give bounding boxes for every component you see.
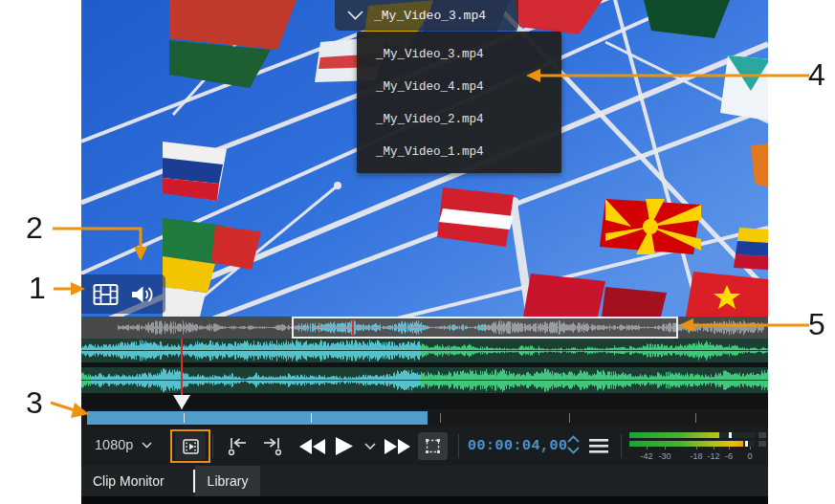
dropdown-item[interactable]: _My_Video_3.mp4 <box>357 38 561 71</box>
rewind-icon <box>299 439 325 454</box>
chevron-down-icon <box>347 11 363 20</box>
tab-library[interactable]: Library <box>195 466 260 496</box>
timeline-tick <box>184 413 185 423</box>
divider <box>212 434 213 458</box>
meter-scale-label: -42 <box>640 451 652 461</box>
fast-forward-button[interactable] <box>385 439 410 454</box>
callout-label-2: 2 <box>26 212 43 243</box>
bottom-strip <box>81 496 768 504</box>
callout-label-5: 5 <box>808 309 825 340</box>
meter-peak-marker <box>745 441 748 447</box>
meter-peak-marker <box>729 432 732 438</box>
stream-toggle-group <box>81 274 165 314</box>
audio-navigator-strip[interactable] <box>81 317 768 339</box>
annotated-screenshot: _My_Video_3.mp4 _My_Video_3.mp4 _My_Vide… <box>0 0 835 504</box>
fullscreen-marquee-button[interactable] <box>418 432 448 460</box>
meter-scale-label: -30 <box>658 451 670 461</box>
chevron-down-icon <box>142 442 152 449</box>
callout-highlight-box <box>170 429 210 463</box>
meter-tick <box>750 447 751 449</box>
callout-label-3: 3 <box>26 387 43 418</box>
resolution-select[interactable]: 1080p <box>95 437 152 452</box>
play-options-button[interactable] <box>364 443 376 450</box>
meter-bar-left <box>629 432 755 438</box>
timeline-tick <box>311 413 312 423</box>
jump-to-mark-out-button[interactable] <box>261 435 283 457</box>
meter-tick <box>665 447 666 449</box>
timeline-scrubber[interactable] <box>81 409 768 427</box>
waveform-channel-2 <box>81 367 768 393</box>
resolution-label: 1080p <box>95 437 133 452</box>
tab-clip-monitor[interactable]: Clip Monitor <box>93 466 165 496</box>
dropdown-item[interactable]: _My_Video_2.mp4 <box>357 103 561 136</box>
timeline-tick <box>569 413 570 423</box>
video-preview[interactable]: _My_Video_3.mp4 _My_Video_3.mp4 _My_Vide… <box>81 0 768 317</box>
timecode-stepper[interactable] <box>567 435 580 454</box>
divider <box>458 434 459 458</box>
monitor-menu-button[interactable] <box>589 439 608 453</box>
meter-tick <box>696 447 697 449</box>
callout-label-4: 4 <box>808 59 825 90</box>
dropdown-item[interactable]: _My_Video_1.mp4 <box>357 136 561 168</box>
filmstrip-icon <box>93 283 119 306</box>
selected-clip-name: _My_Video_3.mp4 <box>374 9 486 23</box>
clip-indicator <box>758 432 766 438</box>
meter-bar-right <box>629 441 755 447</box>
chevron-up-icon <box>567 435 580 443</box>
monitor-tabs: Clip Monitor Library <box>81 466 768 496</box>
rewind-button[interactable] <box>299 439 325 454</box>
scrubber-range[interactable] <box>87 411 428 425</box>
mark-out-icon <box>261 435 283 457</box>
preview-window-button[interactable] <box>175 432 206 460</box>
audio-track-1[interactable] <box>81 339 768 362</box>
play-button[interactable] <box>335 437 353 455</box>
clip-monitor-panel: _My_Video_3.mp4 _My_Video_3.mp4 _My_Vide… <box>81 0 768 504</box>
transport-bar: 1080p <box>81 427 768 466</box>
preview-window-icon <box>183 439 199 454</box>
navigator-playhead <box>352 319 354 336</box>
audio-level-meter: -42 -30 -18 -12 -6 0 <box>627 431 768 463</box>
meter-scale-label: -18 <box>690 451 702 461</box>
timeline-tick <box>440 413 441 423</box>
jump-to-mark-in-button[interactable] <box>227 435 249 457</box>
video-stream-toggle-button[interactable] <box>93 283 119 306</box>
meter-tick <box>729 447 730 449</box>
audio-track-2[interactable] <box>81 367 768 393</box>
clip-selector[interactable]: _My_Video_3.mp4 <box>335 0 518 31</box>
navigator-view-window[interactable] <box>292 317 678 339</box>
clip-indicator <box>758 441 766 447</box>
chevron-down-icon <box>567 447 580 454</box>
hamburger-menu-icon <box>589 439 608 453</box>
mark-in-icon <box>227 435 249 457</box>
meter-level <box>629 432 719 438</box>
timecode-display[interactable]: 00:00:04,00 <box>468 438 568 454</box>
callout-label-1: 1 <box>29 273 46 303</box>
audio-stream-toggle-button[interactable] <box>130 283 154 306</box>
divider <box>621 434 622 458</box>
chevron-down-icon <box>364 443 376 450</box>
dropdown-item[interactable]: _My_Video_4.mp4 <box>357 71 561 103</box>
speaker-icon <box>130 283 154 306</box>
timeline-tick <box>695 413 696 423</box>
fast-forward-icon <box>385 439 410 454</box>
clip-dropdown-menu: _My_Video_3.mp4 _My_Video_4.mp4 _My_Vide… <box>357 32 561 173</box>
playhead-handle[interactable] <box>173 395 190 409</box>
play-icon <box>335 437 353 455</box>
marquee-selection-icon <box>425 438 441 454</box>
waveform-channel-1 <box>81 339 768 362</box>
meter-scale-label: 0 <box>747 451 752 461</box>
meter-scale-label: -12 <box>707 451 719 461</box>
meter-tick <box>714 447 714 449</box>
meter-tick <box>647 447 648 449</box>
meter-scale-label: -6 <box>725 451 733 461</box>
